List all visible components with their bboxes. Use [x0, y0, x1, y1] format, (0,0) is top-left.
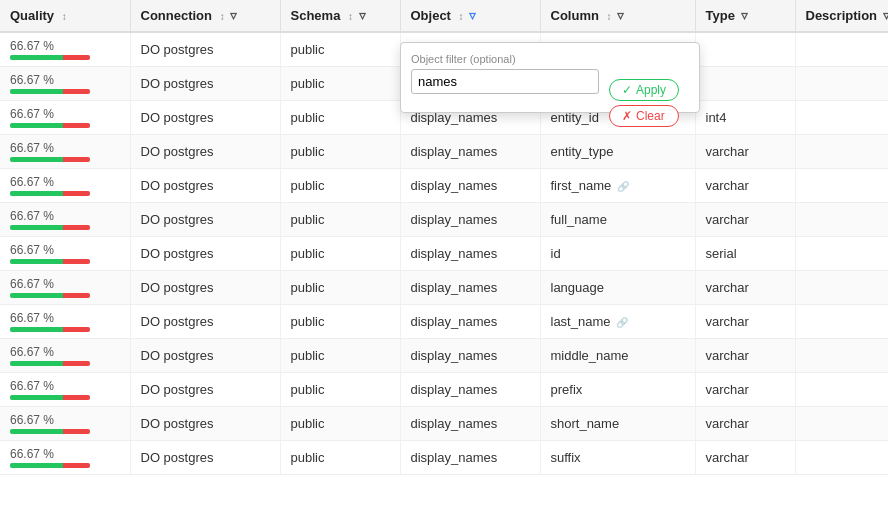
quality-bar [10, 327, 90, 332]
filter-connection-icon[interactable]: ▿ [230, 8, 237, 23]
type-cell: varchar [695, 339, 795, 373]
sort-column-icon[interactable]: ↕ [607, 11, 612, 22]
table-row: 66.67 % DO postgrespublicdisplay_namessu… [0, 441, 888, 475]
quality-percentage: 66.67 % [10, 345, 54, 359]
connection-cell: DO postgres [130, 32, 280, 67]
apply-button[interactable]: ✓ Apply [609, 79, 679, 101]
schema-cell: public [280, 271, 400, 305]
quality-bar [10, 429, 90, 434]
quality-bar-red [63, 55, 90, 60]
filter-input[interactable] [411, 69, 599, 94]
quality-content: 66.67 % [10, 345, 120, 366]
quality-bar [10, 395, 90, 400]
quality-bar-green [10, 327, 63, 332]
schema-cell: public [280, 339, 400, 373]
clear-x-icon: ✗ [622, 109, 632, 123]
quality-bar [10, 463, 90, 468]
schema-cell: public [280, 305, 400, 339]
sort-connection-icon[interactable]: ↕ [220, 11, 225, 22]
schema-cell: public [280, 32, 400, 67]
quality-bar-red [63, 157, 90, 162]
table-row: 66.67 % DO postgrespublicdisplay_namespr… [0, 373, 888, 407]
connection-cell: DO postgres [130, 271, 280, 305]
type-cell: varchar [695, 407, 795, 441]
schema-cell: public [280, 101, 400, 135]
quality-cell: 66.67 % [0, 339, 130, 373]
table-row: 66.67 % DO postgrespublicdisplay_namesla… [0, 305, 888, 339]
sort-schema-icon[interactable]: ↕ [348, 11, 353, 22]
connection-cell: DO postgres [130, 441, 280, 475]
quality-bar [10, 293, 90, 298]
filter-type-icon[interactable]: ▿ [741, 8, 748, 23]
quality-bar-red [63, 463, 90, 468]
description-cell [795, 339, 888, 373]
quality-percentage: 66.67 % [10, 39, 54, 53]
type-cell: varchar [695, 305, 795, 339]
quality-bar [10, 157, 90, 162]
apply-check-icon: ✓ [622, 83, 632, 97]
description-cell [795, 32, 888, 67]
quality-cell: 66.67 % [0, 101, 130, 135]
filter-schema-icon[interactable]: ▿ [359, 8, 366, 23]
quality-content: 66.67 % [10, 243, 120, 264]
quality-content: 66.67 % [10, 311, 120, 332]
quality-bar-red [63, 259, 90, 264]
type-cell: varchar [695, 169, 795, 203]
quality-bar-red [63, 191, 90, 196]
filter-object-icon[interactable]: ▿ [469, 8, 476, 23]
sort-quality-icon[interactable]: ↕ [62, 11, 67, 22]
column-link-icon: 🔗 [613, 317, 628, 328]
connection-cell: DO postgres [130, 407, 280, 441]
type-cell: varchar [695, 373, 795, 407]
table-row: 66.67 % DO postgrespublicdisplay_namesen… [0, 135, 888, 169]
column-cell: short_name [540, 407, 695, 441]
column-cell: suffix [540, 441, 695, 475]
object-cell: display_names [400, 135, 540, 169]
quality-content: 66.67 % [10, 447, 120, 468]
quality-bar-green [10, 293, 63, 298]
quality-bar-green [10, 259, 63, 264]
quality-bar-red [63, 123, 90, 128]
connection-cell: DO postgres [130, 339, 280, 373]
col-label-type: Type [706, 8, 735, 23]
object-cell: display_names [400, 169, 540, 203]
col-label-object: Object [411, 8, 451, 23]
connection-cell: DO postgres [130, 101, 280, 135]
quality-percentage: 66.67 % [10, 209, 54, 223]
description-cell [795, 169, 888, 203]
column-cell: last_name 🔗 [540, 305, 695, 339]
quality-cell: 66.67 % [0, 407, 130, 441]
sort-object-icon[interactable]: ↕ [459, 11, 464, 22]
quality-bar-red [63, 293, 90, 298]
quality-percentage: 66.67 % [10, 107, 54, 121]
col-header-column: Column ↕ ▿ [540, 0, 695, 32]
schema-cell: public [280, 203, 400, 237]
col-header-type: Type ▿ [695, 0, 795, 32]
quality-percentage: 66.67 % [10, 243, 54, 257]
description-cell [795, 67, 888, 101]
schema-cell: public [280, 237, 400, 271]
quality-content: 66.67 % [10, 175, 120, 196]
quality-percentage: 66.67 % [10, 175, 54, 189]
object-cell: display_names [400, 373, 540, 407]
quality-percentage: 66.67 % [10, 413, 54, 427]
quality-content: 66.67 % [10, 107, 120, 128]
col-label-quality: Quality [10, 8, 54, 23]
description-cell [795, 305, 888, 339]
filter-column-icon[interactable]: ▿ [617, 8, 624, 23]
column-cell: id [540, 237, 695, 271]
filter-description-icon[interactable]: ▿ [883, 8, 888, 23]
quality-bar-green [10, 191, 63, 196]
quality-cell: 66.67 % [0, 67, 130, 101]
table-row: 66.67 % DO postgrespublicdisplay_namesmi… [0, 339, 888, 373]
filter-popup-buttons: ✓ Apply ✗ Clear [609, 79, 679, 127]
quality-bar-green [10, 225, 63, 230]
apply-label: Apply [636, 83, 666, 97]
quality-bar-green [10, 157, 63, 162]
clear-button[interactable]: ✗ Clear [609, 105, 679, 127]
quality-cell: 66.67 % [0, 203, 130, 237]
schema-cell: public [280, 67, 400, 101]
table-row: 66.67 % DO postgrespublicdisplay_namesfi… [0, 169, 888, 203]
quality-bar-green [10, 463, 63, 468]
connection-cell: DO postgres [130, 373, 280, 407]
